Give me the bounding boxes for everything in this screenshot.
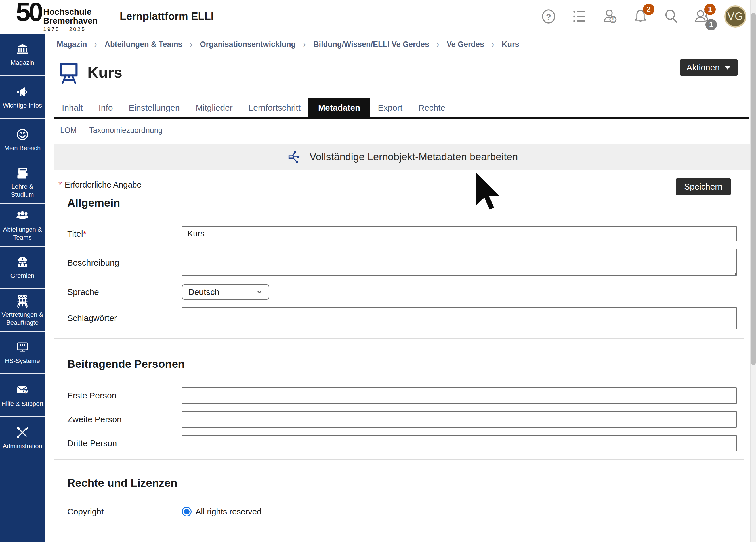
top-header: 50 Hochschule Bremerhaven 1975 – 2025 Le… [0, 0, 756, 33]
breadcrumb-item[interactable]: Magazin [57, 40, 87, 49]
breadcrumb-item[interactable]: Abteilungen & Teams [105, 40, 182, 49]
field-row-beschreibung: Beschreibung [54, 249, 745, 277]
required-asterisk: * [83, 229, 87, 238]
field-row-sprache: Sprache Deutsch [54, 284, 745, 300]
breadcrumb-item[interactable]: Kurs [502, 40, 519, 49]
globe-people-icon [15, 294, 30, 308]
main-sidebar: Magazin Wichtige Infos Mein Bereich Lehr… [0, 34, 45, 542]
sidebar-item-lehre-studium[interactable]: Lehre & Studium [0, 161, 45, 204]
schlagwoerter-input[interactable] [182, 307, 737, 329]
sidebar-item-wichtige-infos[interactable]: Wichtige Infos [0, 76, 45, 119]
university-logo[interactable]: 50 Hochschule Bremerhaven 1975 – 2025 [16, 0, 98, 32]
dritte-person-input[interactable] [182, 435, 737, 451]
tab-inhalt[interactable]: Inhalt [54, 98, 91, 117]
notifications-bell-icon[interactable]: 2 [632, 8, 649, 25]
page-title: Kurs [87, 64, 122, 81]
field-row-copyright: Copyright All rights reserved [54, 507, 745, 516]
tab-einstellungen[interactable]: Einstellungen [121, 98, 188, 117]
awareness-person-icon[interactable]: ! [602, 8, 618, 25]
field-row-erste-person: Erste Person [54, 387, 745, 404]
erste-person-input[interactable] [182, 387, 737, 404]
app-title: Lernplattform ELLI [120, 10, 214, 22]
sidebar-item-gremien[interactable]: Gremien [0, 247, 45, 289]
breadcrumb-separator-icon: › [95, 39, 97, 49]
subtab-lom[interactable]: LOM [60, 126, 77, 135]
edit-full-metadata-banner[interactable]: Vollständige Lernobjekt-Metadaten bearbe… [54, 144, 751, 170]
metadata-hub-icon [287, 149, 303, 165]
sidebar-item-label: Wichtige Infos [3, 102, 42, 110]
beschreibung-textarea[interactable] [182, 249, 737, 276]
required-asterisk: * [58, 180, 62, 189]
schlagwoerter-label: Schlagwörter [54, 313, 182, 323]
erste-person-label: Erste Person [54, 391, 182, 400]
sidebar-item-vertretungen[interactable]: Vertretungen & Beauftragte [0, 289, 45, 332]
logo-years: 1975 – 2025 [43, 26, 98, 32]
section-title-beitragende: Beitragende Personen [54, 358, 745, 370]
tab-export[interactable]: Export [370, 98, 410, 117]
banner-label: Vollständige Lernobjekt-Metadaten bearbe… [310, 151, 518, 163]
sidebar-item-administration[interactable]: Administration [0, 417, 45, 459]
sidebar-item-abteilungen-teams[interactable]: Abteilungen & Teams [0, 204, 45, 247]
sidebar-item-label: HS-Systeme [5, 357, 40, 365]
breadcrumb-separator-icon: › [190, 39, 193, 49]
copyright-label: Copyright [54, 507, 182, 516]
field-row-schlagwoerter: Schlagwörter [54, 307, 745, 329]
logo-line-1: Hochschule [43, 8, 98, 16]
help-icon[interactable]: ? [540, 8, 557, 25]
contacts-icon[interactable]: 1 1 [694, 8, 710, 25]
radio-selected-dot [184, 509, 190, 514]
user-avatar[interactable]: VG [724, 5, 746, 28]
search-icon[interactable] [663, 8, 679, 25]
sidebar-item-magazin[interactable]: Magazin [0, 34, 45, 76]
todo-list-icon[interactable] [571, 8, 587, 25]
sidebar-item-hilfe-support[interactable]: ? Hilfe & Support [0, 374, 45, 417]
sprache-label: Sprache [54, 287, 182, 297]
sidebar-item-mein-bereich[interactable]: Mein Bereich [0, 119, 45, 161]
copyright-radio[interactable] [182, 507, 192, 516]
field-row-dritte-person: Dritte Person [54, 435, 745, 451]
field-row-zweite-person: Zweite Person [54, 411, 745, 428]
tab-bar: Inhalt Info Einstellungen Mitglieder Ler… [54, 98, 749, 119]
logo-line-2: Bremerhaven [43, 16, 98, 25]
chevron-down-icon [256, 288, 263, 296]
logo-50-mark: 50 [16, 0, 41, 24]
breadcrumb: Magazin › Abteilungen & Teams › Organisa… [54, 34, 745, 53]
breadcrumb-separator-icon: › [303, 39, 306, 49]
tab-info[interactable]: Info [91, 98, 121, 117]
required-hint-row: * Erforderliche Angabe Speichern [54, 180, 745, 197]
smiley-icon [16, 128, 29, 141]
vertical-scrollbar[interactable] [750, 0, 756, 542]
page-header: Kurs Aktionen [54, 59, 745, 85]
mail-question-icon: ? [15, 383, 30, 397]
sidebar-item-label: Vertretungen & Beauftragte [1, 311, 44, 326]
monitor-icon [16, 341, 29, 354]
copyright-option-label: All rights reserved [196, 507, 261, 516]
chevron-down-icon [724, 66, 731, 70]
subtab-taxonomiezuordnung[interactable]: Taxonomiezuordnung [89, 126, 163, 135]
breadcrumb-item[interactable]: Bildung/Wissen/ELLI Ve Gerdes [313, 40, 429, 49]
tab-mitglieder[interactable]: Mitglieder [188, 98, 241, 117]
sprache-select[interactable]: Deutsch [182, 284, 269, 300]
course-easel-icon [57, 59, 81, 85]
breadcrumb-item[interactable]: Organisationsentwicklung [200, 40, 296, 49]
contacts-badge-new: 1 [704, 4, 716, 15]
tab-metadaten[interactable]: Metadaten [308, 98, 370, 117]
tab-lernfortschritt[interactable]: Lernfortschritt [241, 98, 308, 117]
svg-text:?: ? [546, 12, 551, 21]
actions-button[interactable]: Aktionen [680, 59, 738, 76]
breadcrumb-item[interactable]: Ve Gerdes [447, 40, 484, 49]
titel-input[interactable] [182, 226, 737, 241]
tab-rechte[interactable]: Rechte [410, 98, 453, 117]
zweite-person-input[interactable] [182, 411, 737, 428]
books-icon [16, 166, 29, 180]
svg-text:?: ? [24, 389, 27, 394]
tools-icon [16, 426, 29, 439]
sidebar-item-label: Administration [3, 442, 42, 450]
sidebar-item-hs-systeme[interactable]: HS-Systeme [0, 332, 45, 374]
sprache-selected-value: Deutsch [188, 287, 219, 297]
committee-icon [16, 255, 29, 269]
scrollbar-thumb[interactable] [751, 13, 756, 365]
section-title-rechte-lizenzen: Rechte und Lizenzen [54, 477, 745, 489]
save-button[interactable]: Speichern [676, 178, 731, 195]
sidebar-item-label: Abteilungen & Teams [1, 226, 44, 241]
